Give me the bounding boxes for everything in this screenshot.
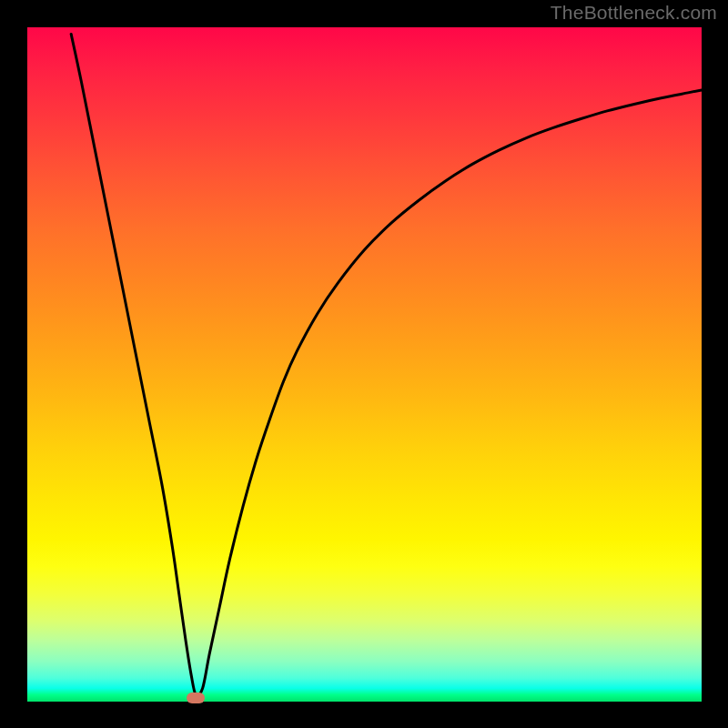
plot-area xyxy=(27,27,702,702)
curve-path xyxy=(71,34,702,695)
minimum-marker xyxy=(187,693,205,703)
chart-frame: TheBottleneck.com xyxy=(0,0,728,728)
watermark-text: TheBottleneck.com xyxy=(551,2,717,24)
curve-svg xyxy=(27,27,702,702)
